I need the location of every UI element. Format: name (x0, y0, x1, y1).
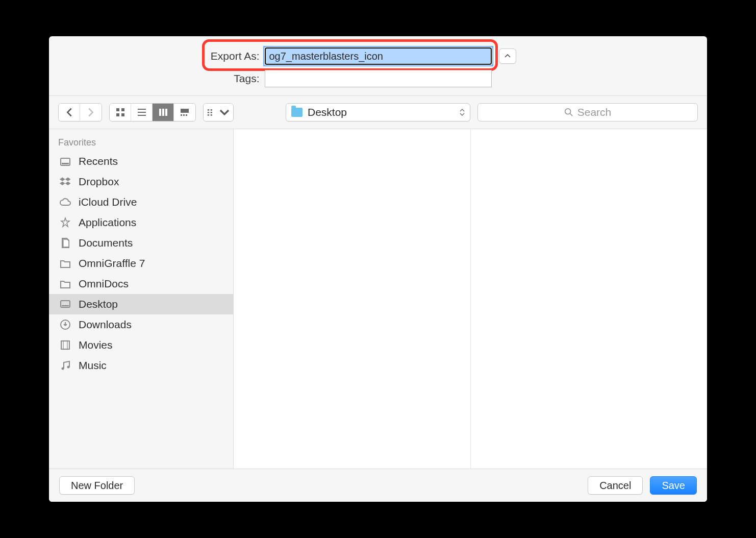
svg-rect-8 (162, 109, 164, 116)
sidebar[interactable]: Favorites RecentsDropboxiCloud DriveAppl… (49, 129, 234, 469)
sidebar-item-label: Applications (79, 216, 136, 229)
stepper-icon (460, 109, 465, 116)
chevron-up-icon (505, 54, 511, 58)
svg-rect-5 (138, 112, 146, 113)
svg-rect-19 (211, 114, 212, 116)
grid-icon (115, 107, 125, 117)
folder-icon (58, 278, 72, 290)
chevron-left-icon (64, 107, 74, 117)
sidebar-item-recents[interactable]: Recents (49, 151, 233, 172)
svg-point-20 (565, 109, 571, 114)
downloads-icon (58, 319, 72, 331)
body: Favorites RecentsDropboxiCloud DriveAppl… (49, 129, 707, 469)
sidebar-item-icloud-drive[interactable]: iCloud Drive (49, 192, 233, 212)
applications-icon (58, 216, 72, 229)
svg-rect-0 (116, 108, 119, 111)
view-segment (109, 103, 196, 121)
sidebar-item-documents[interactable]: Documents (49, 233, 233, 253)
svg-rect-16 (208, 114, 209, 116)
documents-icon (58, 237, 72, 249)
sidebar-item-dropbox[interactable]: Dropbox (49, 172, 233, 192)
group-by-button[interactable] (204, 104, 233, 121)
svg-rect-4 (138, 109, 146, 110)
sidebar-item-desktop[interactable]: Desktop (49, 294, 233, 314)
music-icon (58, 359, 72, 372)
location-label: Desktop (308, 106, 455, 118)
sidebar-item-applications[interactable]: Applications (49, 212, 233, 233)
sidebar-item-movies[interactable]: Movies (49, 335, 233, 355)
forward-button[interactable] (80, 104, 102, 121)
sidebar-item-label: OmniDocs (79, 278, 129, 290)
header: Export As: Tags: (49, 36, 707, 96)
svg-rect-24 (61, 301, 70, 307)
svg-rect-9 (165, 109, 167, 116)
list-icon (137, 107, 147, 117)
svg-rect-18 (211, 112, 212, 113)
new-folder-button[interactable]: New Folder (59, 476, 135, 495)
search-icon (564, 108, 573, 117)
sidebar-item-omnidocs[interactable]: OmniDocs (49, 274, 233, 294)
expand-collapse-button[interactable] (499, 48, 516, 64)
sidebar-item-music[interactable]: Music (49, 355, 233, 376)
svg-rect-10 (181, 109, 189, 113)
sidebar-item-label: Music (79, 359, 107, 372)
list-view-button[interactable] (131, 104, 153, 121)
footer: New Folder Cancel Save (49, 469, 707, 502)
sidebar-heading: Favorites (49, 133, 233, 151)
svg-rect-11 (181, 114, 182, 116)
group-segment (203, 103, 234, 121)
sidebar-item-label: iCloud Drive (79, 196, 137, 208)
sidebar-item-omnigraffle-7[interactable]: OmniGraffle 7 (49, 253, 233, 274)
gallery-view-button[interactable] (174, 104, 195, 121)
movies-icon (58, 339, 72, 351)
svg-rect-6 (138, 115, 146, 116)
svg-rect-7 (159, 109, 161, 116)
svg-rect-12 (183, 114, 185, 116)
folder-icon (291, 108, 303, 117)
svg-point-30 (62, 368, 64, 370)
cloud-icon (58, 196, 72, 208)
sidebar-item-label: Desktop (79, 298, 118, 310)
tags-input[interactable] (265, 70, 492, 87)
save-button[interactable]: Save (650, 476, 697, 495)
file-browser[interactable] (234, 129, 707, 469)
desktop-icon (58, 298, 72, 310)
folder-icon (58, 257, 72, 270)
svg-rect-23 (62, 163, 69, 164)
group-icon (207, 107, 217, 117)
sidebar-item-label: Dropbox (79, 176, 119, 188)
search-placeholder: Search (577, 106, 612, 118)
dropbox-icon (58, 176, 72, 188)
svg-rect-1 (121, 108, 124, 111)
export-as-input[interactable] (265, 47, 492, 65)
svg-rect-2 (116, 113, 119, 116)
svg-rect-17 (211, 109, 212, 111)
cancel-button[interactable]: Cancel (588, 476, 643, 495)
svg-rect-27 (61, 341, 69, 349)
location-popup[interactable]: Desktop (286, 103, 470, 121)
column-1[interactable] (234, 129, 471, 469)
back-button[interactable] (59, 104, 80, 121)
svg-rect-13 (186, 114, 187, 116)
recents-icon (58, 155, 72, 167)
search-field[interactable]: Search (477, 103, 698, 121)
column-view-button[interactable] (153, 104, 174, 121)
svg-rect-15 (208, 112, 209, 113)
svg-rect-25 (62, 305, 69, 306)
svg-rect-3 (121, 113, 124, 116)
chevron-down-icon (219, 107, 230, 117)
column-2[interactable] (471, 129, 708, 469)
save-dialog: Export As: Tags: (49, 36, 707, 502)
svg-point-31 (67, 366, 70, 369)
icon-view-button[interactable] (110, 104, 131, 121)
sidebar-item-label: Recents (79, 155, 118, 167)
tags-label: Tags: (51, 72, 265, 85)
sidebar-item-label: Movies (79, 339, 113, 351)
sidebar-item-downloads[interactable]: Downloads (49, 314, 233, 335)
toolbar: Desktop Search (49, 96, 707, 129)
export-as-label: Export As: (51, 50, 265, 62)
svg-line-21 (570, 114, 572, 116)
nav-segment (58, 103, 102, 121)
sidebar-item-label: Documents (79, 237, 133, 249)
gallery-icon (180, 107, 190, 117)
